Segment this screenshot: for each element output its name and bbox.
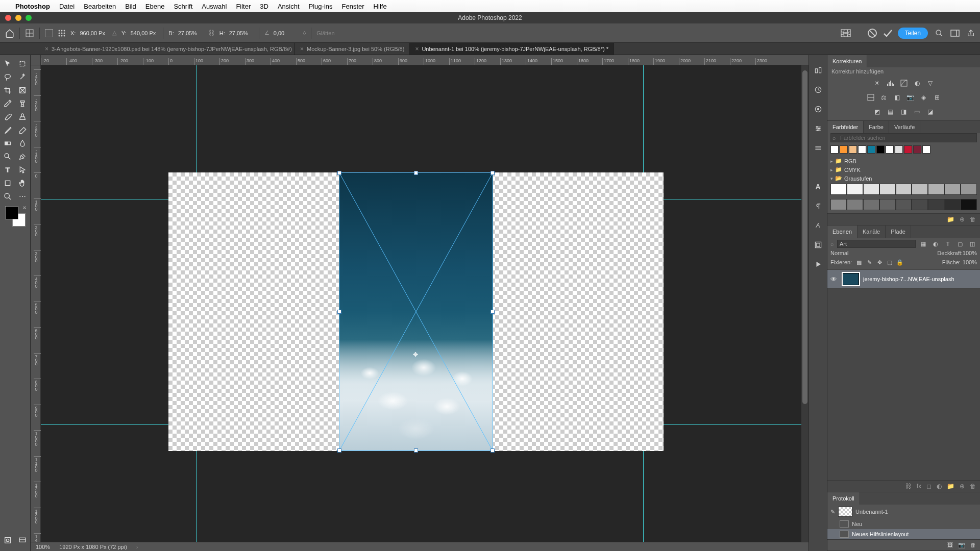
link-layers-icon[interactable]: ⛓ [905, 483, 912, 490]
canvas[interactable]: ✥ [41, 65, 808, 542]
close-tab-icon[interactable]: × [45, 45, 48, 53]
dodge-tool[interactable] [0, 150, 15, 163]
menu-datei[interactable]: Datei [59, 3, 75, 10]
delete-swatch-icon[interactable]: 🗑 [970, 216, 976, 223]
document-canvas[interactable]: ✥ [168, 172, 664, 451]
black-white-icon[interactable]: ◧ [892, 93, 902, 102]
color-lookup-icon[interactable]: ⊞ [932, 93, 942, 102]
layer-name[interactable]: jeremy-bishop-7...NWjEAE-unsplash [863, 276, 977, 282]
fill-value[interactable]: 100% [963, 259, 977, 265]
swatch[interactable] [896, 184, 912, 195]
layer-thumbnail[interactable] [842, 272, 860, 286]
commit-transform-icon[interactable] [883, 28, 893, 38]
invert-icon[interactable]: ◩ [872, 107, 883, 116]
window-close-button[interactable] [5, 15, 11, 21]
hand-tool[interactable] [15, 177, 31, 190]
collapsed-panel-icon[interactable] [813, 143, 823, 153]
collapsed-panel-icon[interactable] [813, 104, 823, 114]
swatch[interactable] [928, 199, 944, 210]
eyedropper-tool[interactable] [0, 97, 15, 110]
document-tab[interactable]: ×3-Angebots-Banner-980x551.psd bei 148… [40, 43, 295, 55]
link-wh-icon[interactable]: ⛓ [208, 29, 214, 37]
swatch[interactable] [849, 145, 857, 154]
history-state[interactable]: Neues Hilfslinienlayout [827, 529, 980, 539]
reference-grid-icon[interactable] [58, 30, 65, 37]
swatch[interactable] [944, 184, 961, 195]
history-brush-source-icon[interactable]: ✎ [830, 509, 835, 515]
swatch[interactable] [896, 199, 912, 210]
collapsed-panel-icon[interactable] [813, 85, 823, 95]
interpolation-label[interactable]: Glätten [316, 30, 334, 36]
swatch[interactable] [944, 199, 961, 210]
shape-tool[interactable] [0, 177, 15, 190]
panel-tab-protokoll[interactable]: Protokoll [827, 492, 860, 505]
share-export-icon[interactable] [967, 29, 975, 37]
swatch-group-cmyk[interactable]: ▸📁CMYK [827, 165, 980, 174]
eraser-tool[interactable] [15, 123, 31, 137]
brush-tool[interactable] [0, 110, 15, 123]
swatch[interactable] [830, 145, 839, 154]
move-tool[interactable] [0, 57, 15, 70]
menu-filter[interactable]: Filter [236, 3, 251, 10]
search-icon[interactable] [935, 29, 943, 37]
zoom-tool[interactable] [0, 190, 15, 203]
swatch[interactable] [886, 145, 894, 154]
styles-panel-icon[interactable] [813, 240, 823, 250]
reference-point-checkbox[interactable] [45, 29, 53, 37]
vertical-ruler[interactable]: -400-300-200-100010020030040050060070080… [31, 65, 41, 542]
blend-mode-select[interactable]: Normal [830, 250, 934, 256]
foreground-background-colors[interactable]: ⤭ [5, 206, 26, 227]
layer-style-icon[interactable]: fx [917, 483, 921, 490]
crop-tool[interactable] [0, 84, 15, 97]
panel-tab-farbfelder[interactable]: Farbfelder [827, 121, 864, 133]
panel-tab-farbe[interactable]: Farbe [864, 121, 889, 133]
layer-filter-type[interactable]: Art [837, 240, 916, 248]
swatch-group-graustufen[interactable]: ▾📂Graustufen [827, 174, 980, 183]
x-value[interactable]: 960,00 Px [78, 29, 107, 37]
clone-stamp-tool[interactable] [15, 110, 31, 123]
foreground-color-swatch[interactable] [5, 206, 18, 219]
swatch[interactable] [876, 145, 885, 154]
transform-origin-icon[interactable] [25, 29, 34, 38]
warp-mode-icon[interactable] [841, 29, 851, 37]
menu-bearbeiten[interactable]: Bearbeiten [84, 3, 116, 10]
swatch[interactable] [961, 199, 977, 210]
screen-mode-icon[interactable] [15, 534, 31, 547]
swatch[interactable] [928, 184, 944, 195]
lock-position-icon[interactable]: ✥ [875, 258, 884, 266]
quick-mask-icon[interactable] [0, 534, 15, 547]
channel-mixer-icon[interactable]: ◈ [919, 93, 929, 102]
photo-filter-icon[interactable]: 📷 [905, 93, 916, 102]
collapsed-panel-icon[interactable] [813, 123, 823, 134]
angle-value[interactable]: 0,00 [272, 29, 298, 37]
filter-pixel-icon[interactable]: ▦ [919, 240, 928, 248]
history-snapshot[interactable]: ✎ Unbenannt-1 [827, 505, 980, 519]
swatches-search-input[interactable] [830, 133, 977, 142]
curves-icon[interactable] [899, 79, 909, 88]
swatch[interactable] [922, 145, 930, 154]
panel-tab-ebenen[interactable]: Ebenen [827, 226, 857, 238]
lock-all-icon[interactable]: 🔒 [896, 258, 904, 266]
swatch[interactable] [867, 145, 875, 154]
create-document-from-state-icon[interactable]: 🖼 [947, 542, 953, 548]
swatch[interactable] [879, 184, 896, 195]
color-balance-icon[interactable]: ⚖ [879, 93, 889, 102]
pen-tool[interactable] [15, 150, 31, 163]
filter-smartobject-icon[interactable]: ◫ [968, 240, 977, 248]
hue-sat-icon[interactable] [866, 93, 876, 102]
swatch-group-rgb[interactable]: ▸📁RGB [827, 157, 980, 165]
magic-wand-tool[interactable] [15, 70, 31, 84]
swatch[interactable] [913, 145, 921, 154]
document-info[interactable]: 1920 Px x 1080 Px (72 ppi) [59, 544, 127, 550]
filter-type-icon[interactable]: T [943, 240, 952, 248]
filter-adjustment-icon[interactable]: ◐ [931, 240, 940, 248]
play-panel-icon[interactable] [813, 259, 823, 269]
document-tab[interactable]: ×Unbenannt-1 bei 100% (jeremy-bishop-7JP… [410, 43, 614, 55]
menu-bild[interactable]: Bild [125, 3, 136, 10]
new-swatch-icon[interactable]: ⊕ [960, 216, 965, 223]
swatch[interactable] [840, 145, 848, 154]
menu-plugins[interactable]: Plug-ins [309, 3, 333, 10]
swatch[interactable] [830, 199, 847, 210]
app-name[interactable]: Photoshop [15, 3, 50, 10]
history-brush-tool[interactable] [0, 123, 15, 137]
